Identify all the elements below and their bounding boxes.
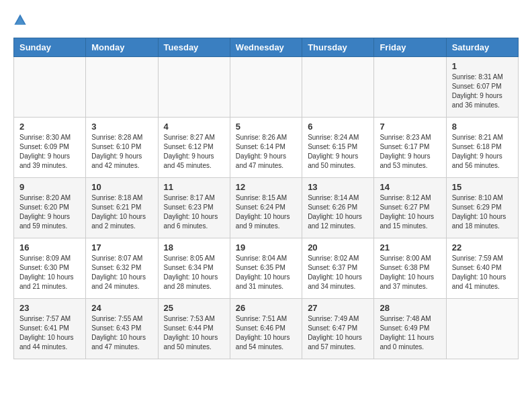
day-info: Sunrise: 8:00 AM Sunset: 6:38 PM Dayligh… xyxy=(380,254,440,291)
day-number: 23 xyxy=(19,303,80,313)
calendar-cell: 26Sunrise: 7:51 AM Sunset: 6:46 PM Dayli… xyxy=(230,299,302,359)
day-number: 7 xyxy=(380,122,440,132)
day-number: 2 xyxy=(19,122,80,132)
calendar-cell: 28Sunrise: 7:48 AM Sunset: 6:49 PM Dayli… xyxy=(374,299,446,359)
day-info: Sunrise: 7:55 AM Sunset: 6:43 PM Dayligh… xyxy=(91,314,152,352)
weekday-header-wednesday: Wednesday xyxy=(230,38,302,57)
day-number: 21 xyxy=(380,242,440,253)
calendar-cell xyxy=(86,57,158,118)
calendar-cell: 27Sunrise: 7:49 AM Sunset: 6:47 PM Dayli… xyxy=(302,299,374,359)
calendar-cell: 6Sunrise: 8:24 AM Sunset: 6:15 PM Daylig… xyxy=(302,118,374,178)
calendar-cell: 12Sunrise: 8:15 AM Sunset: 6:24 PM Dayli… xyxy=(230,178,302,238)
weekday-header-saturday: Saturday xyxy=(446,38,518,57)
calendar-cell xyxy=(158,57,230,118)
logo xyxy=(13,13,30,27)
day-info: Sunrise: 8:04 AM Sunset: 6:35 PM Dayligh… xyxy=(236,254,296,291)
calendar-table: SundayMondayTuesdayWednesdayThursdayFrid… xyxy=(13,38,519,359)
day-number: 1 xyxy=(452,61,513,71)
day-info: Sunrise: 8:02 AM Sunset: 6:37 PM Dayligh… xyxy=(308,254,368,291)
calendar-cell: 3Sunrise: 8:28 AM Sunset: 6:10 PM Daylig… xyxy=(86,118,158,178)
calendar-cell: 21Sunrise: 8:00 AM Sunset: 6:38 PM Dayli… xyxy=(374,238,446,299)
calendar-cell: 11Sunrise: 8:17 AM Sunset: 6:23 PM Dayli… xyxy=(158,178,230,238)
day-info: Sunrise: 8:09 AM Sunset: 6:30 PM Dayligh… xyxy=(19,254,80,291)
calendar-cell: 5Sunrise: 8:26 AM Sunset: 6:14 PM Daylig… xyxy=(230,118,302,178)
calendar-cell: 17Sunrise: 8:07 AM Sunset: 6:32 PM Dayli… xyxy=(86,238,158,299)
calendar-cell: 7Sunrise: 8:23 AM Sunset: 6:17 PM Daylig… xyxy=(374,118,446,178)
weekday-header-friday: Friday xyxy=(374,38,446,57)
day-info: Sunrise: 8:28 AM Sunset: 6:10 PM Dayligh… xyxy=(91,133,152,171)
day-info: Sunrise: 8:27 AM Sunset: 6:12 PM Dayligh… xyxy=(164,133,224,171)
day-number: 24 xyxy=(91,303,152,313)
calendar-cell: 18Sunrise: 8:05 AM Sunset: 6:34 PM Dayli… xyxy=(158,238,230,299)
day-number: 14 xyxy=(380,182,440,192)
day-number: 12 xyxy=(236,182,296,192)
calendar-cell xyxy=(302,57,374,118)
day-info: Sunrise: 7:49 AM Sunset: 6:47 PM Dayligh… xyxy=(308,314,368,352)
week-row-3: 16Sunrise: 8:09 AM Sunset: 6:30 PM Dayli… xyxy=(14,238,519,299)
day-info: Sunrise: 8:30 AM Sunset: 6:09 PM Dayligh… xyxy=(19,133,80,171)
weekday-header-sunday: Sunday xyxy=(14,38,86,57)
week-row-0: 1Sunrise: 8:31 AM Sunset: 6:07 PM Daylig… xyxy=(14,57,519,118)
calendar-cell xyxy=(230,57,302,118)
calendar-cell: 4Sunrise: 8:27 AM Sunset: 6:12 PM Daylig… xyxy=(158,118,230,178)
week-row-4: 23Sunrise: 7:57 AM Sunset: 6:41 PM Dayli… xyxy=(14,299,519,359)
day-info: Sunrise: 8:23 AM Sunset: 6:17 PM Dayligh… xyxy=(380,133,440,171)
day-info: Sunrise: 8:26 AM Sunset: 6:14 PM Dayligh… xyxy=(236,133,296,171)
calendar-cell: 19Sunrise: 8:04 AM Sunset: 6:35 PM Dayli… xyxy=(230,238,302,299)
day-number: 10 xyxy=(91,182,152,192)
calendar-cell: 1Sunrise: 8:31 AM Sunset: 6:07 PM Daylig… xyxy=(446,57,518,118)
day-info: Sunrise: 8:21 AM Sunset: 6:18 PM Dayligh… xyxy=(452,133,513,171)
day-number: 16 xyxy=(19,242,80,253)
calendar-cell: 10Sunrise: 8:18 AM Sunset: 6:21 PM Dayli… xyxy=(86,178,158,238)
calendar-cell: 14Sunrise: 8:12 AM Sunset: 6:27 PM Dayli… xyxy=(374,178,446,238)
day-info: Sunrise: 7:48 AM Sunset: 6:49 PM Dayligh… xyxy=(380,314,440,352)
day-number: 26 xyxy=(236,303,296,313)
calendar-cell: 20Sunrise: 8:02 AM Sunset: 6:37 PM Dayli… xyxy=(302,238,374,299)
calendar-cell: 24Sunrise: 7:55 AM Sunset: 6:43 PM Dayli… xyxy=(86,299,158,359)
day-number: 25 xyxy=(164,303,224,313)
week-row-2: 9Sunrise: 8:20 AM Sunset: 6:20 PM Daylig… xyxy=(14,178,519,238)
calendar-cell: 16Sunrise: 8:09 AM Sunset: 6:30 PM Dayli… xyxy=(14,238,86,299)
day-number: 5 xyxy=(236,122,296,132)
day-info: Sunrise: 8:10 AM Sunset: 6:29 PM Dayligh… xyxy=(452,193,513,231)
day-number: 11 xyxy=(164,182,224,192)
weekday-header-tuesday: Tuesday xyxy=(158,38,230,57)
day-number: 19 xyxy=(236,242,296,253)
calendar-cell xyxy=(14,57,86,118)
day-info: Sunrise: 8:12 AM Sunset: 6:27 PM Dayligh… xyxy=(380,193,440,231)
day-info: Sunrise: 7:51 AM Sunset: 6:46 PM Dayligh… xyxy=(236,314,296,352)
day-number: 22 xyxy=(452,242,513,253)
day-info: Sunrise: 7:59 AM Sunset: 6:40 PM Dayligh… xyxy=(452,254,513,291)
weekday-header-row: SundayMondayTuesdayWednesdayThursdayFrid… xyxy=(14,38,519,57)
page-header xyxy=(13,13,519,27)
day-info: Sunrise: 7:57 AM Sunset: 6:41 PM Dayligh… xyxy=(19,314,80,352)
day-number: 17 xyxy=(91,242,152,253)
calendar-cell: 25Sunrise: 7:53 AM Sunset: 6:44 PM Dayli… xyxy=(158,299,230,359)
day-number: 6 xyxy=(308,122,368,132)
weekday-header-thursday: Thursday xyxy=(302,38,374,57)
week-row-1: 2Sunrise: 8:30 AM Sunset: 6:09 PM Daylig… xyxy=(14,118,519,178)
calendar-cell: 15Sunrise: 8:10 AM Sunset: 6:29 PM Dayli… xyxy=(446,178,518,238)
calendar-cell xyxy=(446,299,518,359)
day-number: 20 xyxy=(308,242,368,253)
calendar-cell: 2Sunrise: 8:30 AM Sunset: 6:09 PM Daylig… xyxy=(14,118,86,178)
day-number: 4 xyxy=(164,122,224,132)
day-info: Sunrise: 8:05 AM Sunset: 6:34 PM Dayligh… xyxy=(164,254,224,291)
day-number: 27 xyxy=(308,303,368,313)
day-info: Sunrise: 7:53 AM Sunset: 6:44 PM Dayligh… xyxy=(164,314,224,352)
day-number: 3 xyxy=(91,122,152,132)
calendar-cell: 9Sunrise: 8:20 AM Sunset: 6:20 PM Daylig… xyxy=(14,178,86,238)
day-number: 9 xyxy=(19,182,80,192)
calendar-cell: 13Sunrise: 8:14 AM Sunset: 6:26 PM Dayli… xyxy=(302,178,374,238)
day-info: Sunrise: 8:31 AM Sunset: 6:07 PM Dayligh… xyxy=(452,73,513,110)
calendar-cell: 23Sunrise: 7:57 AM Sunset: 6:41 PM Dayli… xyxy=(14,299,86,359)
day-number: 8 xyxy=(452,122,513,132)
day-info: Sunrise: 8:15 AM Sunset: 6:24 PM Dayligh… xyxy=(236,193,296,231)
day-info: Sunrise: 8:18 AM Sunset: 6:21 PM Dayligh… xyxy=(91,193,152,231)
day-info: Sunrise: 8:20 AM Sunset: 6:20 PM Dayligh… xyxy=(19,193,80,231)
day-info: Sunrise: 8:14 AM Sunset: 6:26 PM Dayligh… xyxy=(308,193,368,231)
day-number: 15 xyxy=(452,182,513,192)
calendar-cell xyxy=(374,57,446,118)
day-number: 13 xyxy=(308,182,368,192)
day-info: Sunrise: 8:24 AM Sunset: 6:15 PM Dayligh… xyxy=(308,133,368,171)
